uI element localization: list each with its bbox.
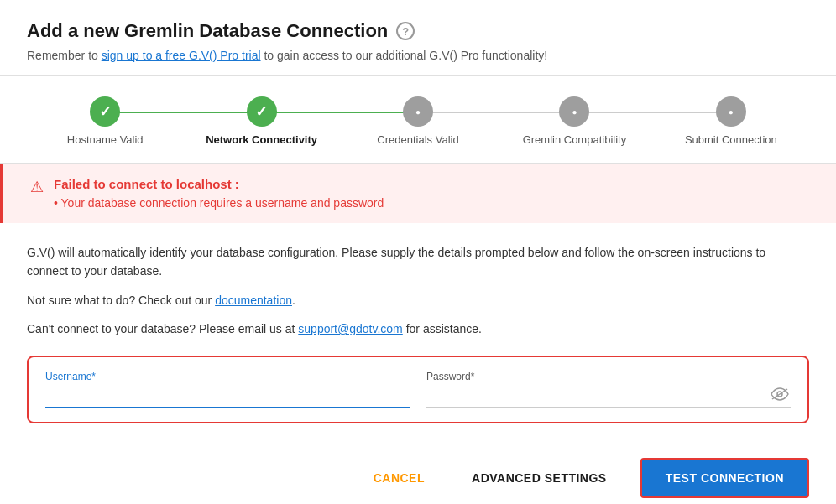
body-paragraph-2: Not sure what to do? Check out our docum… [27,291,809,309]
dialog: Add a new Gremlin Database Connection ? … [0,0,836,504]
dialog-title: Add a new Gremlin Database Connection ? [27,20,809,42]
para2-after: . [292,294,295,307]
body-paragraph-3: Can't connect to your database? Please e… [27,320,809,338]
username-label: Username* [45,371,410,382]
help-icon[interactable]: ? [396,22,415,40]
error-banner: ⚠ Failed to connect to localhost : Your … [0,164,836,223]
test-connection-button[interactable]: TEST CONNECTION [640,458,809,498]
password-label: Password* [426,371,791,382]
dot-icon-4: ● [572,107,577,117]
step-submit-connection: ● Submit Connection [653,96,809,146]
para3-before: Can't connect to your database? Please e… [27,322,298,335]
step-circle-4: ● [559,96,589,127]
credentials-form: Username* Password* [27,356,809,423]
para2-before: Not sure what to do? Check out our [27,294,215,307]
pro-trial-link[interactable]: sign up to a free G.V() Pro trial [102,49,261,62]
username-field-container: Username* [45,371,410,408]
para3-after: for assistance. [403,322,482,335]
step-circle-2: ✓ [247,96,277,127]
dialog-body: G.V() will automatically identify your d… [0,223,836,444]
error-item-1: Your database connection requires a user… [54,196,809,210]
subtitle-after: to gain access to our additional G.V() P… [261,49,548,62]
check-icon-1: ✓ [99,102,112,121]
body-paragraph-1: G.V() will automatically identify your d… [27,243,809,281]
step-credentials-valid: ● Credentials Valid [340,96,496,146]
password-input[interactable] [426,386,769,407]
step-circle-1: ✓ [90,96,120,127]
step-gremlin-compatibility: ● Gremlin Compatibility [496,96,652,146]
error-title: Failed to connect to localhost : [54,177,809,191]
password-field-container: Password* [426,371,791,408]
step-circle-3: ● [403,96,433,127]
dialog-header: Add a new Gremlin Database Connection ? … [0,0,836,76]
dialog-subtitle: Remember to sign up to a free G.V() Pro … [27,49,809,62]
username-input[interactable] [45,386,410,408]
step-network-connectivity: ✓ Network Connectivity [183,96,339,146]
advanced-settings-button[interactable]: ADVANCED SETTINGS [458,461,620,495]
title-text: Add a new Gremlin Database Connection [27,20,388,42]
support-email-link[interactable]: support@gdotv.com [298,322,402,335]
step-hostname-valid: ✓ Hostname Valid [27,96,183,146]
documentation-link[interactable]: documentation [215,294,292,307]
subtitle-before: Remember to [27,49,102,62]
stepper: ✓ Hostname Valid ✓ Network Connectivity … [0,76,836,164]
step-label-4: Gremlin Compatibility [523,133,627,146]
alert-icon: ⚠ [30,178,44,196]
step-label-5: Submit Connection [685,133,777,146]
step-label-3: Credentials Valid [377,133,458,146]
check-icon-2: ✓ [255,102,268,121]
step-circle-5: ● [716,96,746,127]
error-content: Failed to connect to localhost : Your da… [54,177,809,210]
dot-icon-5: ● [729,107,734,117]
step-label-2: Network Connectivity [206,133,317,146]
cancel-button[interactable]: CANCEL [360,461,438,495]
error-list: Your database connection requires a user… [54,196,809,210]
password-input-wrap [426,386,791,408]
step-label-1: Hostname Valid [67,133,144,146]
dot-icon-3: ● [415,107,421,117]
eye-toggle-icon[interactable] [769,386,791,407]
dialog-footer: CANCEL ADVANCED SETTINGS TEST CONNECTION [0,444,836,504]
